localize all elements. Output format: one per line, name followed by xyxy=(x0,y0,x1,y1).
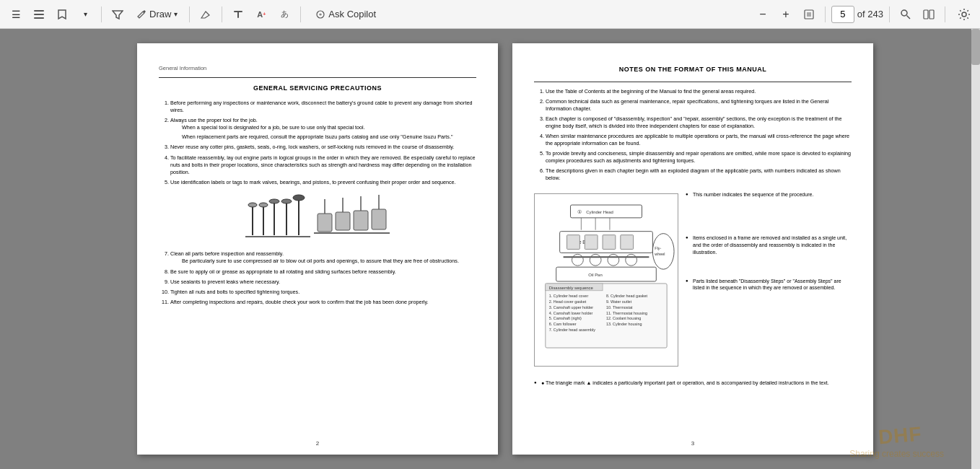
engine-parts-illustration xyxy=(159,192,476,245)
list-item: Use identification labels or tags to mar… xyxy=(170,179,476,186)
svg-text:3. Camshaft upper holder: 3. Camshaft upper holder xyxy=(549,305,594,310)
svg-point-46 xyxy=(572,255,583,266)
copilot-label: Ask Copilot xyxy=(328,9,376,19)
servicing-list: Before performing any inspections or mai… xyxy=(159,100,476,186)
divider3 xyxy=(222,6,222,22)
text-style-button[interactable]: A+ xyxy=(251,4,271,25)
svg-point-18 xyxy=(269,199,279,203)
filter-button[interactable] xyxy=(108,4,128,25)
diagram-note-1: This number indicates the sequence of th… xyxy=(686,191,852,198)
hamburger-button[interactable]: ☰ xyxy=(6,4,26,25)
draw-dropdown-icon: ▾ xyxy=(174,10,178,18)
pages-icon xyxy=(923,9,935,20)
page-of-label: of 243 xyxy=(857,9,883,19)
copilot-icon xyxy=(315,9,325,19)
svg-text:11. Thermostat housing: 11. Thermostat housing xyxy=(606,311,647,315)
svg-point-20 xyxy=(281,199,292,203)
divider5 xyxy=(825,6,826,22)
right-page: NOTES ON THE FORMAT OF THIS MANUAL Use t… xyxy=(512,43,873,455)
svg-rect-2 xyxy=(34,17,44,19)
watermark-text: DHF xyxy=(878,422,923,449)
svg-rect-42 xyxy=(585,235,598,250)
list-item: Before performing any inspections or mai… xyxy=(170,100,476,114)
dropdown-button[interactable]: ▾ xyxy=(75,4,95,25)
svg-rect-29 xyxy=(372,209,386,229)
left-page-number: 2 xyxy=(316,439,319,447)
settings-button[interactable] xyxy=(954,4,974,25)
svg-text:①: ① xyxy=(577,209,582,214)
svg-rect-23 xyxy=(318,214,332,232)
svg-text:5. Camshaft (right): 5. Camshaft (right) xyxy=(549,317,582,321)
zoom-out-button[interactable]: − xyxy=(753,4,773,25)
svg-text:8. Cylinder head gasket: 8. Cylinder head gasket xyxy=(606,294,648,298)
bookmark-icon xyxy=(56,9,68,20)
svg-text:9. Water outlet: 9. Water outlet xyxy=(606,299,632,304)
list-item: Always use the proper tool for the job. … xyxy=(170,117,476,141)
notes-item: When similar maintenance procedures are … xyxy=(546,133,852,147)
eraser-button[interactable] xyxy=(196,4,216,25)
divider4 xyxy=(300,6,301,22)
svg-text:7. Cylinder head assembly: 7. Cylinder head assembly xyxy=(549,328,595,333)
engine-parts-svg xyxy=(245,192,390,242)
diagram-notes: This number indicates the sequence of th… xyxy=(686,188,852,372)
divider1 xyxy=(101,6,102,22)
divider6 xyxy=(889,6,890,22)
svg-text:2. Head cover gasket: 2. Head cover gasket xyxy=(549,299,587,304)
sub-text: Be particularly sure to use compressed a… xyxy=(170,258,476,265)
svg-point-22 xyxy=(293,195,305,201)
svg-point-16 xyxy=(259,203,268,207)
svg-line-9 xyxy=(907,15,911,19)
svg-rect-27 xyxy=(354,211,368,230)
aa-button[interactable]: あ xyxy=(274,4,294,25)
list-item: Tighten all nuts and bolts to specified … xyxy=(170,289,476,296)
svg-rect-1 xyxy=(34,14,44,15)
list-icon xyxy=(33,9,45,20)
draw-button[interactable]: Draw ▾ xyxy=(131,7,183,21)
tool1-button[interactable] xyxy=(29,4,49,25)
notes-item: The descriptions given in each chapter b… xyxy=(546,167,852,182)
scrollbar-track[interactable] xyxy=(971,29,980,469)
svg-text:10. Thermostat: 10. Thermostat xyxy=(606,305,633,310)
svg-rect-43 xyxy=(603,235,616,250)
section-heading: General Information xyxy=(159,65,476,73)
find-button[interactable] xyxy=(896,4,916,25)
svg-rect-25 xyxy=(336,212,350,230)
left-page: General Information GENERAL SERVICING PR… xyxy=(137,43,498,455)
scrollbar-thumb[interactable] xyxy=(971,29,980,65)
notes-item: Each chapter is composed of "disassembly… xyxy=(546,115,852,130)
zoom-in-button[interactable]: + xyxy=(776,4,796,25)
list-item: Use sealants to prevent leaks where nece… xyxy=(170,279,476,286)
bookmark-button[interactable] xyxy=(52,4,72,25)
svg-text:Disassembly sequence: Disassembly sequence xyxy=(549,286,594,290)
divider2 xyxy=(189,6,190,22)
exploded-diagram-svg: ① Cylinder Head Engine Block xyxy=(535,194,678,366)
svg-text:Fly-: Fly- xyxy=(655,247,661,251)
servicing-list-2: Clean all parts before inspection and re… xyxy=(159,250,476,305)
main-content: General Information GENERAL SERVICING PR… xyxy=(0,29,980,469)
filter-icon xyxy=(112,9,123,20)
notes-item: To provide brevity and conciseness, simp… xyxy=(546,150,852,165)
page-number-input[interactable] xyxy=(831,6,854,23)
svg-text:4. Camshaft lower holder: 4. Camshaft lower holder xyxy=(549,311,593,315)
exploded-diagram: ① Cylinder Head Engine Block xyxy=(534,193,678,367)
pages-view-button[interactable] xyxy=(919,4,939,25)
list-item: Clean all parts before inspection and re… xyxy=(170,250,476,265)
svg-rect-44 xyxy=(621,235,634,250)
toolbar: ☰ ▾ Draw ▾ A+ xyxy=(0,0,980,29)
format-notes-list: Use the Table of Contents at the beginni… xyxy=(534,88,852,183)
list-item: To facilitate reassembly, lay out engine… xyxy=(170,154,476,176)
svg-point-49 xyxy=(626,255,637,266)
diagram-section: ① Cylinder Head Engine Block xyxy=(534,188,852,372)
copilot-button[interactable]: Ask Copilot xyxy=(307,7,385,21)
pencil-icon xyxy=(136,9,146,19)
svg-rect-50 xyxy=(556,268,657,282)
fit-page-button[interactable] xyxy=(799,4,819,25)
diagram-note-2: Items enclosed in a frame are removed an… xyxy=(686,234,852,255)
svg-text:12. Coolant housing: 12. Coolant housing xyxy=(606,317,641,321)
svg-point-48 xyxy=(608,255,619,266)
left-page-title: GENERAL SERVICING PRECAUTIONS xyxy=(159,84,476,93)
diagram-note-3: Parts listed beneath "Disassembly Steps"… xyxy=(686,278,852,292)
svg-text:Oil Pan: Oil Pan xyxy=(588,273,602,278)
text-button[interactable] xyxy=(228,4,248,25)
svg-text:6. Cam follower: 6. Cam follower xyxy=(549,323,577,327)
